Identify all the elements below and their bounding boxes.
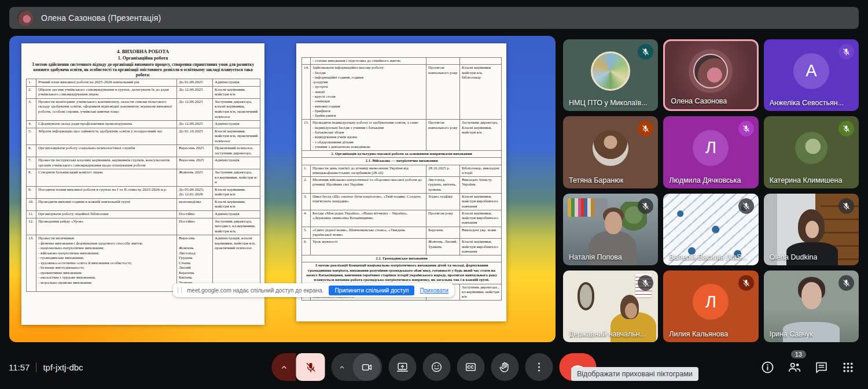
mic-off-icon xyxy=(838,44,854,60)
doc-table-row: 6.Організовувати роботу соціально-психол… xyxy=(27,145,260,157)
doc-table-row: 3.Цикл бесід «Що означає бути патріотом»… xyxy=(302,194,502,210)
participant-tile[interactable]: Л Лилия Кальянова xyxy=(663,271,758,342)
doc-table-row: 3.Провести моніторинг учнівського контин… xyxy=(27,98,260,120)
doc-table-row: 5.«Свято рідної мови», Шевченківське сло… xyxy=(302,227,502,239)
doc-table-row: 12.Проведення рейду «Урок»ПостійноЗаступ… xyxy=(27,218,260,235)
doc-table-row: 10.Проводити виховні години в кожній нав… xyxy=(27,198,260,210)
mic-off-icon xyxy=(638,121,653,136)
participant-name: Олена Сазонова xyxy=(671,97,727,105)
info-icon[interactable] xyxy=(760,360,775,375)
participant-name: Лилия Кальянова xyxy=(669,330,728,338)
doc-subtitle: 1. Організаційна робота xyxy=(26,55,260,61)
doc-table-row: 6.Урок мужностіЖовтень, Лютий, ТравеньКл… xyxy=(302,239,502,255)
camera-button[interactable] xyxy=(353,353,381,381)
avatar: А xyxy=(793,53,829,89)
avatar xyxy=(693,54,728,88)
participant-name: Катерина Климишена xyxy=(770,176,843,184)
doc-table-row: 15.Проводити індивідуальну роботу із здо… xyxy=(302,120,502,151)
doc-table-row: 2.1. Військово — патріотичне виховання xyxy=(302,158,502,165)
tooltip-show-hidden-icons: Відображати приховані піктограми xyxy=(571,367,698,381)
participant-name: Анжеліка Севостьян... xyxy=(770,99,844,107)
doc-table-row: 5.Зібрати інформацію про зайнятість здоб… xyxy=(27,128,260,145)
meeting-info: 11:57 tpf-jxtj-dbc xyxy=(9,353,83,381)
avatar xyxy=(591,51,630,91)
meeting-code: tpf-jxtj-dbc xyxy=(43,362,83,372)
participant-name: Валерій Василів (VaS... xyxy=(669,253,748,261)
reactions-button[interactable] xyxy=(423,353,451,381)
doc-table-2: - статеве виховання і підготовка до сіме… xyxy=(301,57,502,301)
avatar: Л xyxy=(693,284,729,320)
participant-name: Olena Dudkina xyxy=(770,253,818,261)
participant-tile[interactable]: А Анжеліка Севостьян... xyxy=(764,39,859,111)
activities-icon[interactable] xyxy=(841,360,855,375)
doc-table-row: 4.Сформувати склад ради профілактики пра… xyxy=(27,121,260,128)
mic-control xyxy=(272,353,325,381)
mic-off-icon xyxy=(738,121,754,136)
participant-count-badge: 13 xyxy=(791,350,806,358)
mic-off-icon xyxy=(838,198,854,214)
participant-tile[interactable]: Л Людмила Дячковська xyxy=(663,116,758,188)
mic-options-chevron-icon[interactable] xyxy=(272,353,296,381)
screen-share-banner: meet.google.com надає спільний доступ до… xyxy=(173,283,454,297)
doc-table-row: З метою реалізації Концепції національно… xyxy=(302,262,502,284)
participant-tile[interactable]: Валерій Василів (VaS... xyxy=(663,194,758,265)
participant-tile[interactable]: Наталія Попова xyxy=(563,194,658,265)
participant-name: Тетяна Баранюк xyxy=(569,176,623,184)
share-banner-text: meet.google.com надає спільний доступ до… xyxy=(187,287,323,294)
side-panel-controls: 13 xyxy=(760,360,855,375)
participant-tile[interactable]: НМЦ ПТО у Миколаїв... xyxy=(563,39,658,111)
doc-table-row: 9.Погодити плани виховної роботи в група… xyxy=(27,186,260,198)
mic-off-icon xyxy=(738,198,754,214)
captions-button[interactable] xyxy=(457,353,485,381)
participant-tile[interactable]: Тетяна Баранюк xyxy=(563,116,658,188)
participant-name: Наталія Попова xyxy=(569,253,622,261)
drag-handle-icon[interactable] xyxy=(178,287,182,293)
doc-table-1: 1.Річний план виховної роботи на 2025-20… xyxy=(26,79,260,292)
doc-title: 4. ВИХОВНА РОБОТА xyxy=(26,49,260,54)
doc-table-row: 1.Провести день пам'яті до річниці визво… xyxy=(302,165,502,177)
participant-tile[interactable]: Olena Dudkina xyxy=(764,194,859,265)
participant-name: Ірина Савчук xyxy=(770,330,813,338)
doc-table-row: 7.Провести інструктажі класних керівникі… xyxy=(27,157,260,169)
mic-off-icon xyxy=(638,275,653,291)
call-controls xyxy=(272,353,597,381)
more-options-button[interactable] xyxy=(525,353,553,381)
presenting-banner: Олена Сазонова (Презентація) xyxy=(9,7,859,29)
document-page-2: - статеве виховання і підготовка до сіме… xyxy=(296,43,506,321)
present-screen-button[interactable] xyxy=(389,353,417,381)
divider xyxy=(36,362,36,372)
mic-off-icon xyxy=(838,275,854,291)
avatar: Л xyxy=(693,130,729,166)
doc-table-row: 4.Бесіди «Моя рідна Україна», «Наша вітч… xyxy=(302,210,502,227)
raise-hand-button[interactable] xyxy=(491,353,519,381)
stop-sharing-button[interactable]: Припинити спільний доступ xyxy=(329,286,414,295)
clock-time: 11:57 xyxy=(9,362,30,372)
mic-off-icon xyxy=(738,275,754,291)
participant-tile[interactable]: Катерина Климишена xyxy=(764,116,859,188)
presenter-avatar xyxy=(17,10,33,26)
mic-off-icon xyxy=(838,121,854,136)
participant-name: НМЦ ПТО у Миколаїв... xyxy=(569,99,648,107)
mic-off-icon xyxy=(638,44,653,60)
mic-off-button[interactable] xyxy=(296,353,325,381)
people-icon[interactable]: 13 xyxy=(787,360,802,375)
participant-tile[interactable]: Олена Сазонова xyxy=(663,39,758,111)
doc-table-row: 14.Здійснювати інформаційно-масову робот… xyxy=(302,65,502,120)
mic-off-icon xyxy=(638,198,653,214)
chat-icon[interactable] xyxy=(814,360,829,375)
document-page-1: 4. ВИХОВНА РОБОТА 1. Організаційна робот… xyxy=(21,43,264,325)
participant-tile[interactable]: Ірина Савчук xyxy=(764,271,859,342)
participant-name: Людмила Дячковська xyxy=(669,176,741,184)
participant-tile[interactable]: Державний навчальн... xyxy=(563,271,658,342)
camera-options-chevron-icon[interactable] xyxy=(332,363,353,372)
doc-table-row: 2.2. Громадянське виховання xyxy=(302,255,502,262)
participant-name: Державний навчальн... xyxy=(569,330,646,338)
avatar xyxy=(593,130,628,166)
doc-table-row: 11.Організувати роботу ліцейної бібліоте… xyxy=(27,211,260,218)
doc-table-row: 2.Обрати органи учнівського самоврядуван… xyxy=(27,86,260,98)
doc-table-row: 2.Місячник військово-патріотичної та обо… xyxy=(302,177,502,194)
hide-banner-link[interactable]: Приховати xyxy=(420,287,448,294)
camera-control xyxy=(332,353,382,381)
doc-table-row: 8.Створити батьківський комітет ліцеюЖов… xyxy=(27,169,260,187)
presenting-title: Олена Сазонова (Презентація) xyxy=(41,13,161,23)
